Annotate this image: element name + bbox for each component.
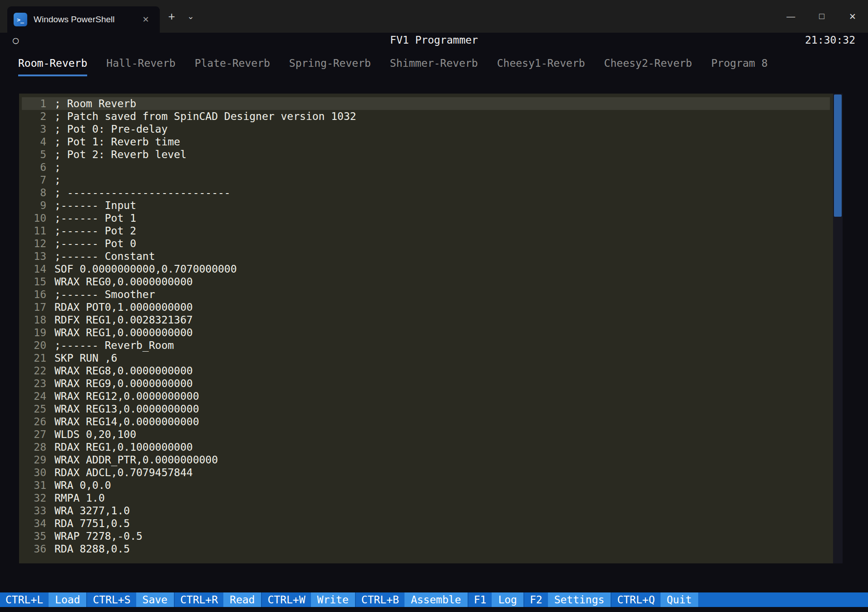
line-number: 33 (22, 504, 46, 517)
minimize-button[interactable]: — (775, 0, 806, 33)
code-line[interactable]: 30RDAX ADCL,0.7079457844 (22, 466, 830, 479)
code-line[interactable]: 21SKP RUN ,6 (22, 352, 830, 364)
tab-dropdown-button[interactable]: ⌄ (182, 6, 200, 26)
code-line[interactable]: 8; -------------------------- (22, 186, 830, 199)
footer-key-write[interactable]: CTRL+W (261, 592, 311, 607)
line-number: 19 (22, 326, 46, 339)
code-line[interactable]: 15WRAX REG0,0.0000000000 (22, 275, 830, 288)
tab-program-8[interactable]: Program 8 (711, 56, 768, 76)
line-number: 36 (22, 542, 46, 555)
code-line[interactable]: 32RMPA 1.0 (22, 492, 830, 504)
line-number: 11 (22, 224, 46, 237)
header-circle-icon[interactable]: ○ (13, 35, 19, 46)
app-background (0, 563, 868, 592)
code-line[interactable]: 5; Pot 2: Reverb level (22, 148, 830, 161)
line-number: 28 (22, 441, 46, 453)
footer-key-load[interactable]: CTRL+L (0, 592, 49, 607)
program-tabs: Room-ReverbHall-ReverbPlate-ReverbSpring… (0, 47, 868, 78)
line-number: 12 (22, 237, 46, 250)
line-text: SOF 0.0000000000,0.7070000000 (54, 263, 830, 275)
code-line[interactable]: 7; (22, 174, 830, 186)
footer-action-save[interactable]: Save (136, 592, 174, 607)
footer-key-save[interactable]: CTRL+S (86, 592, 136, 607)
line-number: 26 (22, 415, 46, 428)
code-line[interactable]: 3; Pot 0: Pre-delay (22, 123, 830, 135)
code-line[interactable]: 34RDA 7751,0.5 (22, 517, 830, 530)
footer-action-log[interactable]: Log (492, 592, 523, 607)
footer-key-settings[interactable]: F2 (523, 592, 548, 607)
code-line[interactable]: 29WRAX ADDR_PTR,0.0000000000 (22, 453, 830, 466)
tab-spring-reverb[interactable]: Spring-Reverb (289, 56, 371, 76)
code-line[interactable]: 18RDFX REG1,0.0028321367 (22, 313, 830, 326)
footer-bar: CTRL+LLoadCTRL+SSaveCTRL+RReadCTRL+WWrit… (0, 592, 868, 607)
line-text: WRAX REG1,0.0000000000 (54, 326, 830, 339)
line-text: RDA 7751,0.5 (54, 517, 830, 530)
tab-room-reverb[interactable]: Room-Reverb (18, 56, 87, 76)
code-line[interactable]: 17RDAX POT0,1.0000000000 (22, 301, 830, 313)
line-text: WRAX REG9,0.0000000000 (54, 377, 830, 390)
line-text: ; Pot 0: Pre-delay (54, 123, 830, 135)
code-line[interactable]: 22WRAX REG8,0.0000000000 (22, 364, 830, 377)
code-line[interactable]: 19WRAX REG1,0.0000000000 (22, 326, 830, 339)
tab-hall-reverb[interactable]: Hall-Reverb (106, 56, 175, 76)
footer-key-read[interactable]: CTRL+R (174, 592, 223, 607)
code-line[interactable]: 4; Pot 1: Reverb time (22, 135, 830, 148)
footer-action-settings[interactable]: Settings (548, 592, 611, 607)
code-line[interactable]: 24WRAX REG12,0.0000000000 (22, 390, 830, 403)
footer-action-load[interactable]: Load (49, 592, 86, 607)
footer-key-quit[interactable]: CTRL+Q (611, 592, 660, 607)
tab-shimmer-reverb[interactable]: Shimmer-Reverb (390, 56, 478, 76)
code-line[interactable]: 27WLDS 0,20,100 (22, 428, 830, 441)
tab-close-icon[interactable]: ✕ (138, 12, 153, 27)
editor-scrollbar[interactable] (833, 94, 843, 563)
line-number: 15 (22, 275, 46, 288)
titlebar: >_ Windows PowerShell ✕ + ⌄ — □ ✕ (0, 0, 868, 33)
code-line[interactable]: 33WRA 3277,1.0 (22, 504, 830, 517)
close-button[interactable]: ✕ (837, 0, 868, 33)
code-line[interactable]: 14SOF 0.0000000000,0.7070000000 (22, 263, 830, 275)
maximize-button[interactable]: □ (806, 0, 837, 33)
code-line[interactable]: 2; Patch saved from SpinCAD Designer ver… (22, 110, 830, 123)
line-number: 10 (22, 212, 46, 224)
code-line[interactable]: 20;------ Reverb_Room (22, 339, 830, 352)
code-line[interactable]: 26WRAX REG14,0.0000000000 (22, 415, 830, 428)
footer-action-write[interactable]: Write (311, 592, 355, 607)
tab-plate-reverb[interactable]: Plate-Reverb (195, 56, 270, 76)
scrollbar-thumb[interactable] (834, 95, 842, 217)
code-line[interactable]: 10;------ Pot 1 (22, 212, 830, 224)
line-text: ;------ Constant (54, 250, 830, 263)
footer-action-quit[interactable]: Quit (661, 592, 698, 607)
code-line[interactable]: 36RDA 8288,0.5 (22, 542, 830, 555)
code-line[interactable]: 1; Room Reverb (22, 97, 830, 110)
line-number: 24 (22, 390, 46, 403)
terminal-tab-powershell[interactable]: >_ Windows PowerShell ✕ (7, 6, 160, 33)
code-line[interactable]: 9;------ Input (22, 199, 830, 212)
code-line[interactable]: 16;------ Smoother (22, 288, 830, 301)
line-text: ;------ Pot 1 (54, 212, 830, 224)
new-tab-button[interactable]: + (162, 6, 182, 26)
code-line[interactable]: 13;------ Constant (22, 250, 830, 263)
line-text: ;------ Reverb_Room (54, 339, 830, 352)
line-number: 2 (22, 110, 46, 123)
line-number: 1 (22, 97, 46, 110)
code-line[interactable]: 28RDAX REG1,0.1000000000 (22, 441, 830, 453)
footer-action-assemble[interactable]: Assemble (404, 592, 468, 607)
line-number: 9 (22, 199, 46, 212)
tab-cheesy1-reverb[interactable]: Cheesy1-Reverb (497, 56, 585, 76)
window-controls: — □ ✕ (775, 0, 868, 33)
terminal-window: >_ Windows PowerShell ✕ + ⌄ — □ ✕ ○ FV1 … (0, 0, 868, 612)
footer-action-read[interactable]: Read (223, 592, 261, 607)
code-line[interactable]: 23WRAX REG9,0.0000000000 (22, 377, 830, 390)
code-line[interactable]: 6; (22, 161, 830, 174)
code-line[interactable]: 31WRA 0,0.0 (22, 479, 830, 492)
code-line[interactable]: 12;------ Pot 0 (22, 237, 830, 250)
footer-key-log[interactable]: F1 (468, 592, 492, 607)
code-line[interactable]: 11;------ Pot 2 (22, 224, 830, 237)
code-line[interactable]: 35WRAP 7278,-0.5 (22, 530, 830, 542)
code-editor[interactable]: 1; Room Reverb2; Patch saved from SpinCA… (19, 94, 843, 563)
line-text: RDA 8288,0.5 (54, 542, 830, 555)
tab-cheesy2-reverb[interactable]: Cheesy2-Reverb (604, 56, 692, 76)
footer-key-assemble[interactable]: CTRL+B (355, 592, 404, 607)
code-line[interactable]: 25WRAX REG13,0.0000000000 (22, 403, 830, 415)
line-number: 20 (22, 339, 46, 352)
